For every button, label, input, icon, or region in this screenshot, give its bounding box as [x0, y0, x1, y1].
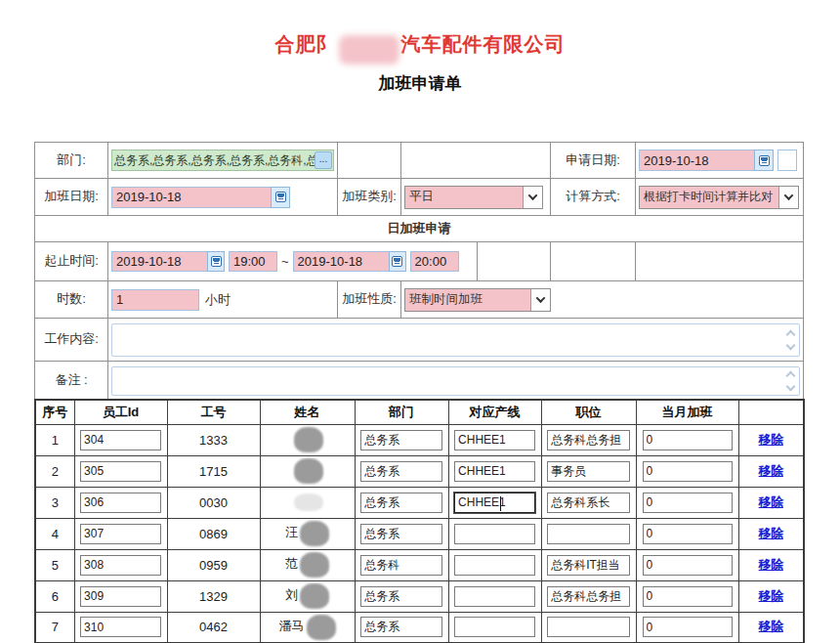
dept-input[interactable] — [360, 555, 442, 576]
range-start-date-input[interactable] — [111, 251, 207, 272]
line-input[interactable] — [454, 617, 535, 637]
ot-date-input[interactable] — [111, 187, 271, 208]
ot-date-label: 加班日期: — [35, 179, 108, 216]
apply-date-extra-input[interactable] — [777, 150, 797, 171]
calc-select[interactable]: 根据打卡时间计算并比对 — [639, 186, 799, 209]
hours-label: 时数: — [35, 281, 108, 319]
name-partial: 潘马 — [279, 619, 305, 633]
line-input[interactable] — [454, 461, 535, 482]
ot-type-value: 平日 — [405, 189, 523, 205]
line-input[interactable] — [454, 586, 535, 607]
col-header-action — [738, 400, 804, 424]
range-end-date-input[interactable] — [293, 251, 389, 272]
employee-id-input[interactable] — [80, 586, 161, 607]
overtime-application-page: 合肥阝汽车配件有限公司 加班申请单 部门: 总务系,总务系,总务系,总务系,总务… — [0, 0, 840, 643]
content-label: 工作内容: — [35, 319, 108, 362]
month-ot-input[interactable] — [643, 524, 733, 544]
position-input[interactable] — [547, 617, 630, 637]
department-field[interactable]: 总务系,总务系,总务系,总务系,总务科,总 ... — [111, 150, 334, 171]
name-partial: 刘 — [285, 587, 298, 602]
apply-date-calendar-icon[interactable] — [754, 150, 774, 171]
employee-id-input[interactable] — [80, 461, 161, 482]
remove-link[interactable]: 移除 — [759, 464, 783, 478]
range-end-calendar-icon[interactable] — [389, 251, 406, 272]
remove-link[interactable]: 移除 — [759, 620, 783, 633]
nature-value: 班制时间加班 — [405, 291, 530, 308]
name-partial: 汪 — [285, 525, 298, 539]
month-ot-input[interactable] — [643, 493, 733, 513]
col-header-month-ot: 当月加班 — [636, 400, 738, 424]
company-title: 合肥阝汽车配件有限公司 — [0, 31, 840, 61]
range-end-time-input[interactable] — [410, 251, 459, 272]
text-cursor — [500, 496, 501, 511]
employee-id-input[interactable] — [80, 524, 161, 544]
month-ot-input[interactable] — [643, 555, 733, 576]
line-input[interactable] — [454, 524, 535, 544]
work-no: 0030 — [167, 487, 260, 518]
work-no: 0959 — [167, 549, 260, 580]
remove-link[interactable]: 移除 — [759, 589, 783, 603]
col-header-dept: 部门 — [355, 400, 448, 424]
employee-id-input[interactable] — [80, 493, 161, 513]
col-header-work-no: 工号 — [167, 400, 260, 424]
line-input[interactable] — [454, 493, 535, 513]
month-ot-input[interactable] — [643, 430, 733, 450]
employee-table-header-row: 序号 员工Id 工号 姓名 部门 对应产线 职位 当月加班 — [35, 400, 804, 424]
apply-date-input[interactable] — [639, 150, 754, 171]
employee-id-input[interactable] — [80, 430, 161, 450]
position-input[interactable] — [547, 555, 630, 576]
dept-input[interactable] — [360, 493, 442, 513]
range-start-time-input[interactable] — [229, 251, 277, 272]
chevron-down-icon — [530, 289, 550, 311]
line-input[interactable] — [454, 430, 535, 450]
dept-input[interactable] — [360, 524, 442, 544]
table-row: 6 1329 刘 移除 — [35, 580, 804, 612]
name-cell: 刘 — [260, 580, 355, 612]
nature-select[interactable]: 班制时间加班 — [404, 288, 551, 312]
col-header-name: 姓名 — [260, 400, 355, 424]
calc-label: 计算方式: — [551, 179, 636, 216]
line-input[interactable] — [454, 555, 535, 576]
position-input[interactable] — [547, 461, 630, 482]
hours-input[interactable] — [111, 289, 199, 311]
row-index: 5 — [35, 549, 74, 580]
remove-link[interactable]: 移除 — [759, 527, 783, 540]
ot-date-calendar-icon[interactable] — [271, 187, 290, 208]
dept-input[interactable] — [360, 617, 442, 637]
overtime-form-table: 部门: 总务系,总务系,总务系,总务系,总务科,总 ... 申请日期: — [34, 142, 804, 401]
month-ot-input[interactable] — [643, 617, 733, 637]
work-no: 1329 — [167, 580, 260, 612]
col-header-position: 职位 — [541, 400, 636, 424]
month-ot-input[interactable] — [643, 461, 733, 482]
employee-id-input[interactable] — [80, 555, 161, 576]
dept-input[interactable] — [360, 586, 442, 607]
chevron-down-icon — [778, 187, 798, 208]
remove-link[interactable]: 移除 — [759, 495, 783, 509]
name-cell: 范 — [260, 549, 355, 580]
employee-id-input[interactable] — [80, 617, 161, 637]
empty-cell — [636, 242, 804, 281]
position-input[interactable] — [547, 586, 630, 607]
nature-label: 加班性质: — [338, 281, 401, 319]
dept-input[interactable] — [360, 430, 442, 450]
ot-type-select[interactable]: 平日 — [404, 186, 543, 209]
empty-cell — [478, 242, 551, 281]
dept-input[interactable] — [360, 461, 442, 482]
table-row: 3 0030 移除 — [35, 487, 804, 518]
name-cell: 汪 — [260, 518, 355, 549]
ot-type-label: 加班类别: — [338, 179, 401, 216]
work-content-textarea[interactable] — [111, 323, 800, 357]
scroll-arrows-icon — [787, 331, 794, 349]
month-ot-input[interactable] — [643, 586, 733, 607]
scroll-arrows-icon — [787, 372, 794, 390]
remove-link[interactable]: 移除 — [759, 558, 783, 572]
position-input[interactable] — [547, 493, 630, 513]
company-name-prefix: 合肥阝 — [275, 33, 337, 55]
remark-textarea[interactable] — [111, 366, 800, 396]
position-input[interactable] — [547, 524, 630, 544]
col-header-employee-id: 员工Id — [74, 400, 167, 424]
remove-link[interactable]: 移除 — [759, 433, 783, 447]
range-start-calendar-icon[interactable] — [207, 251, 225, 272]
more-button[interactable]: ... — [315, 151, 332, 169]
position-input[interactable] — [547, 430, 630, 450]
